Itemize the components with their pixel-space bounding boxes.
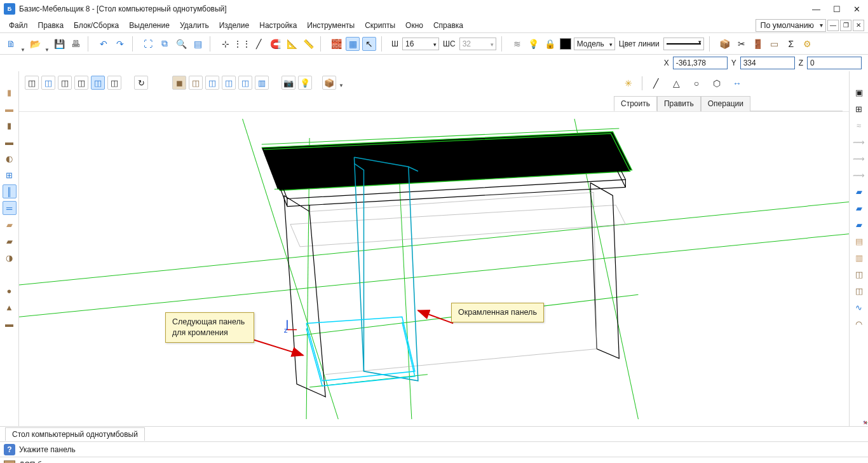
width-combo[interactable]: 16 [402,38,439,50]
undo-icon[interactable]: ↶ [97,37,111,51]
cone-icon[interactable]: ▲ [3,300,17,314]
panel-prof-icon[interactable]: ◐ [3,151,17,165]
sphere-icon[interactable]: ● [3,284,17,298]
plinth-icon[interactable]: ▭ [768,37,782,51]
menu-help[interactable]: Справка [428,19,468,32]
bulb-icon[interactable]: 💡 [298,76,312,90]
mdi-close[interactable]: ✕ [853,20,864,31]
viewport[interactable]: z Следующая панель для кромления Окрамле… [19,112,849,426]
r-panel-b-icon[interactable]: ⊞ [852,102,866,116]
panel-e-icon[interactable]: ▰ [3,218,17,232]
redo-icon[interactable]: ↷ [113,37,127,51]
menu-settings[interactable]: Настройка [254,19,302,32]
rotate-icon[interactable]: ↻ [134,76,148,90]
ruler-icon[interactable]: 📏 [301,37,315,51]
line-tool-icon[interactable]: ╱ [649,76,663,90]
sigma-icon[interactable]: Σ [784,37,798,51]
panel-vert-icon[interactable]: ▮ [3,85,17,99]
door-icon[interactable]: 🚪 [751,37,765,51]
new-icon[interactable]: 🗎 [4,37,18,51]
view-3-icon[interactable]: ◫ [58,76,72,90]
divider-icon[interactable]: ⊞ [3,168,17,182]
snap-point-icon[interactable]: ⊹ [219,37,233,51]
wire-c-icon[interactable]: ◫ [238,76,252,90]
lamp-a-icon[interactable]: 💡 [527,37,541,51]
r-panel-f-icon[interactable]: ⟿ [852,168,866,182]
snap-line-icon[interactable]: ╱ [252,37,266,51]
tab-build[interactable]: Строить [614,96,657,111]
r-edge-del-icon[interactable]: ▰✕ [852,218,866,232]
color-swatch[interactable] [560,38,571,50]
r-panel-e-icon[interactable]: ⟿ [852,151,866,165]
maximize-button[interactable]: ☐ [833,4,841,14]
zoom-section-icon[interactable]: ▤ [191,37,205,51]
r-edge-add-icon[interactable]: ▰+ [852,184,866,198]
menu-tools[interactable]: Инструменты [302,19,360,32]
z-input[interactable] [807,57,862,69]
document-tab[interactable]: Стол компьютерный однотумбовый [5,427,145,441]
wire-a-icon[interactable]: ◫ [205,76,219,90]
x-input[interactable] [673,57,728,69]
bar-icon[interactable]: ▬ [3,317,17,331]
new-dropdown[interactable]: ▼ [20,47,25,54]
linetype-combo[interactable] [663,38,704,50]
menu-edit[interactable]: Правка [33,19,69,32]
mdi-minimize[interactable]: — [827,20,839,31]
print-icon[interactable]: 🖶 [69,37,83,51]
panel-f-icon[interactable]: ▰ [3,234,17,248]
menu-file[interactable]: Файл [4,19,33,32]
r-mat-a-icon[interactable]: ▤ [852,234,866,248]
angle-line-icon[interactable]: 📐 [285,37,299,51]
r-curve-icon[interactable]: ∿ [852,300,866,314]
circle-tool-icon[interactable]: ○ [689,76,703,90]
r-mat-b-icon[interactable]: ▥ [852,251,866,265]
tool-a-icon[interactable]: 🧱 [329,37,343,51]
close-button[interactable]: ✕ [853,4,860,14]
layout-combo[interactable]: По умолчанию [756,19,826,32]
menu-block[interactable]: Блок/Сборка [69,19,124,32]
menu-window[interactable]: Окно [400,19,428,32]
open-dropdown[interactable]: ▼ [44,47,50,54]
edge-horiz-icon[interactable]: ═ [3,201,17,215]
r-panel-d-icon[interactable]: ⟿ [852,135,866,149]
axes-icon[interactable]: ✳ [621,76,635,90]
panel-g-icon[interactable]: ◑ [3,251,17,265]
r-edge-edit-icon[interactable]: ▰✎ [852,201,866,215]
layer-icon[interactable]: ≋ [510,37,524,51]
zoom-extents-icon[interactable]: ⛶ [141,37,155,51]
cursor-tool-icon[interactable]: ↖ [362,37,376,51]
r-box-b-icon[interactable]: ◫ [852,284,866,298]
dim-tool-icon[interactable]: ↔ [730,76,744,90]
box-icon[interactable]: 📦 [718,37,732,51]
wire-d-icon[interactable]: ▥ [255,76,269,90]
minimize-button[interactable]: — [812,4,820,14]
panel-front-icon[interactable]: ▮ [3,118,17,132]
view-1-icon[interactable]: ◫ [25,76,39,90]
solid-a-icon[interactable]: ◼ [172,76,186,90]
hex-tool-icon[interactable]: ⬡ [710,76,724,90]
tab-edit[interactable]: Править [657,96,701,111]
menu-selection[interactable]: Выделение [124,19,175,32]
mdi-maximize[interactable]: ❐ [840,20,851,31]
snap-grid-icon[interactable]: ⋮⋮ [235,37,249,51]
zoom-in-icon[interactable]: 🔍 [174,37,188,51]
panel-horiz-icon[interactable]: ▬ [3,102,17,116]
view-6-icon[interactable]: ◫ [107,76,121,90]
r-panel-a-icon[interactable]: ▣ [852,85,866,99]
view-5-icon[interactable]: ◫ [91,76,105,90]
tab-ops[interactable]: Операции [701,96,750,111]
zoom-window-icon[interactable]: ⧉ [158,37,172,51]
menu-product[interactable]: Изделие [214,19,255,32]
edge-vert-icon[interactable]: ║ [3,184,17,198]
solid-b-icon[interactable]: ◫ [189,76,203,90]
y-input[interactable] [740,57,795,69]
r-box-a-icon[interactable]: ◫ [852,267,866,281]
box3d-dropdown[interactable]: ▼ [339,83,344,90]
menu-scripts[interactable]: Скрипты [360,19,400,32]
help-icon[interactable]: ? [4,444,15,455]
model-combo[interactable]: Модель [574,38,615,50]
lock-icon[interactable]: 🔒 [543,37,557,51]
drill-icon[interactable]: ⚙ [801,37,815,51]
magnet-icon[interactable]: 🧲 [268,37,282,51]
box3d-icon[interactable]: 📦 [322,76,336,90]
